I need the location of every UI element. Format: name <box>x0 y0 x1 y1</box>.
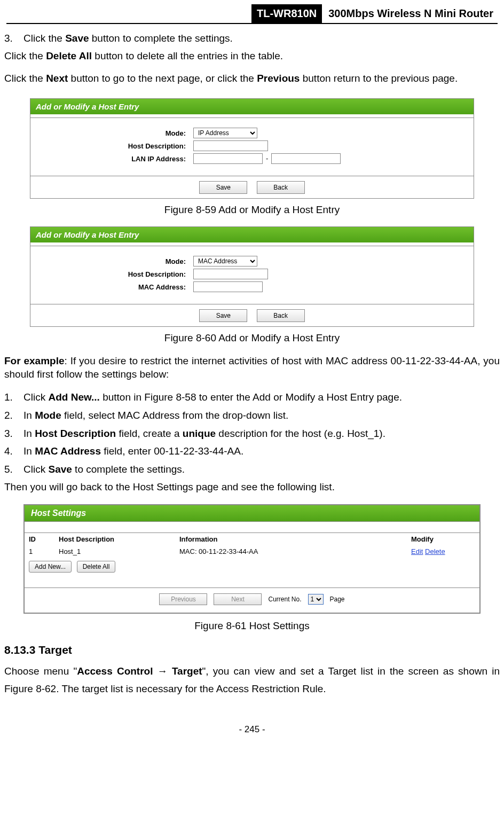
host-description-label: Host Description: <box>30 142 193 150</box>
mac-address-label: MAC Address <box>35 445 101 457</box>
step-number: 5. <box>4 463 23 476</box>
host-table: ID Host Description Information Modify 1… <box>25 533 479 558</box>
step-number: 3. <box>4 427 23 441</box>
step-3: 3. Click the Save button to complete the… <box>4 32 500 45</box>
example-step-5: 5. Click Save to complete the settings. <box>4 463 500 476</box>
mode-select[interactable]: IP Address <box>193 128 257 138</box>
paragraph-target: Choose menu "Access Control → Target", y… <box>4 663 500 698</box>
panel-title: Add or Modify a Host Entry <box>30 99 474 114</box>
arrow: → <box>153 665 171 677</box>
paragraph-for-example: For example: If you desire to restrict t… <box>4 355 500 381</box>
access-control-label: Access Control <box>77 665 153 677</box>
back-button[interactable]: Back <box>257 181 305 194</box>
text: field, enter 00-11-22-33-44-AA. <box>101 445 243 457</box>
header-model: TL-WR810N <box>251 4 322 23</box>
step-number: 2. <box>4 409 23 422</box>
lan-ip-end-input[interactable] <box>271 153 341 164</box>
text: button return to the previous page. <box>300 73 458 84</box>
figure-caption-861: Figure 8-61 Host Settings <box>4 620 500 632</box>
step-number: 3. <box>4 32 23 45</box>
save-button[interactable]: Save <box>199 309 247 322</box>
text: to complete the settings. <box>72 464 185 475</box>
save-button[interactable]: Save <box>199 181 247 194</box>
mode-select[interactable]: MAC Address <box>193 256 257 267</box>
host-settings-panel: Host Settings ID Host Description Inform… <box>23 504 481 614</box>
mode-label: Mode: <box>30 129 193 137</box>
header-description: 300Mbps Wireless N Mini Router <box>324 4 498 23</box>
text: button to go to the next page, or click … <box>68 73 257 84</box>
page-select[interactable]: 1 <box>308 594 324 605</box>
step-number: 4. <box>4 444 23 458</box>
text: button to complete the settings. <box>89 33 233 44</box>
mode-label: Mode: <box>30 257 193 265</box>
save-label: Save <box>48 464 72 475</box>
cell-information: MAC: 00-11-22-33-44-AA <box>175 545 407 558</box>
mac-label: MAC Address: <box>30 283 193 291</box>
col-information: Information <box>175 533 407 545</box>
next-label: Next <box>46 73 68 84</box>
edit-link[interactable]: Edit <box>411 547 423 555</box>
for-example-lead: For example <box>4 355 65 366</box>
paragraph-next-previous: Click the Next button to go to the next … <box>4 72 500 85</box>
unique-label: unique <box>183 428 216 439</box>
text: In <box>23 445 35 457</box>
add-new-button[interactable]: Add New... <box>29 561 72 573</box>
col-modify: Modify <box>407 533 479 545</box>
host-description-input[interactable] <box>193 269 268 279</box>
page-number: - 245 - <box>0 724 504 735</box>
cell-description: Host_1 <box>54 545 175 558</box>
back-button[interactable]: Back <box>257 309 305 322</box>
current-no-label: Current No. <box>268 596 301 603</box>
text: : If you desire to restrict the internet… <box>4 355 500 380</box>
previous-label: Previous <box>257 73 300 84</box>
host-description-input[interactable] <box>193 140 268 151</box>
mode-label: Mode <box>35 410 61 421</box>
lan-ip-label: LAN IP Address: <box>30 155 193 163</box>
text: In <box>23 428 35 439</box>
example-step-1: 1. Click Add New... button in Figure 8-5… <box>4 390 500 404</box>
example-step-3: 3. In Host Description field, create a u… <box>4 427 500 441</box>
text: description for the host (e.g. Host_1). <box>216 428 385 439</box>
delete-all-button[interactable]: Delete All <box>77 561 116 573</box>
mac-address-input[interactable] <box>193 281 263 292</box>
text: Click the <box>4 50 46 61</box>
example-step-4: 4. In MAC Address field, enter 00-11-22-… <box>4 444 500 458</box>
col-description: Host Description <box>54 533 175 545</box>
add-modify-host-panel-mac: Add or Modify a Host Entry Mode: MAC Add… <box>30 226 474 327</box>
range-dash: - <box>266 154 268 162</box>
host-description-label: Host Description: <box>30 270 193 278</box>
panel-title: Host Settings <box>25 505 479 522</box>
page-label: Page <box>330 596 345 603</box>
save-label: Save <box>65 33 89 44</box>
lan-ip-start-input[interactable] <box>193 153 263 164</box>
paragraph-delete-all: Click the Delete All button to delete al… <box>4 50 500 63</box>
host-description-label: Host Description <box>35 428 116 439</box>
text: button in Figure 8-58 to enter the Add o… <box>100 391 402 403</box>
pager: Previous Next Current No. 1 Page <box>25 588 479 613</box>
table-row: 1 Host_1 MAC: 00-11-22-33-44-AA Edit Del… <box>25 545 479 558</box>
table-header-row: ID Host Description Information Modify <box>25 533 479 545</box>
col-id: ID <box>25 533 54 545</box>
panel-title: Add or Modify a Host Entry <box>30 227 474 242</box>
figure-caption-860: Figure 8-60 Add or Modify a Host Entry <box>4 332 500 344</box>
text: Click the <box>23 33 65 44</box>
text: button to delete all the entries in the … <box>92 50 283 61</box>
section-heading-target: 8.13.3 Target <box>4 644 500 656</box>
target-label: Target <box>172 665 202 677</box>
text: field, create a <box>116 428 183 439</box>
delete-link[interactable]: Delete <box>425 547 445 555</box>
text: Click <box>23 464 48 475</box>
example-step-2: 2. In Mode field, select MAC Address fro… <box>4 409 500 422</box>
paragraph-then: Then you will go back to the Host Settin… <box>4 481 500 494</box>
add-new-label: Add New... <box>48 391 99 403</box>
text: Choose menu " <box>4 665 77 677</box>
text: Click the <box>4 73 46 84</box>
delete-all-label: Delete All <box>46 50 92 61</box>
next-button[interactable]: Next <box>214 593 262 605</box>
step-number: 1. <box>4 390 23 404</box>
previous-button[interactable]: Previous <box>159 593 207 605</box>
figure-caption-859: Figure 8-59 Add or Modify a Host Entry <box>4 204 500 216</box>
text: field, select MAC Address from the drop-… <box>61 410 289 421</box>
page-header: TL-WR810N 300Mbps Wireless N Mini Router <box>6 4 498 24</box>
text: In <box>23 410 35 421</box>
